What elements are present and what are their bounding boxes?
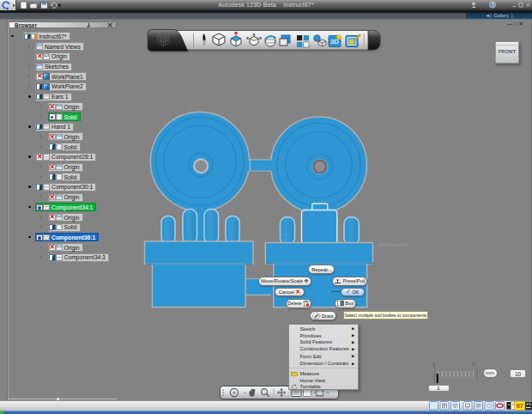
svg-text:”: ” (512, 403, 514, 409)
svg-text:(WorkPlane2): (WorkPlane2) (378, 242, 409, 247)
svg-text:67: 67 (517, 402, 523, 410)
svg-text:“: “ (508, 403, 510, 409)
